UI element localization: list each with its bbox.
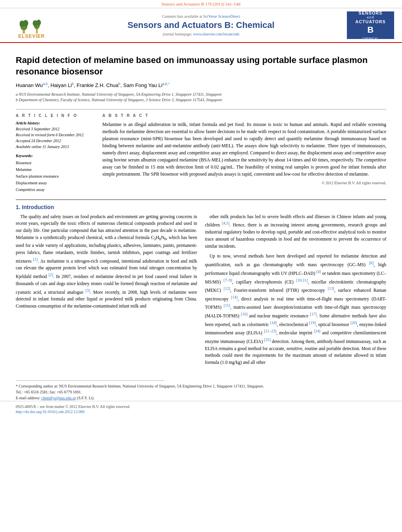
logo-sub: CHEMICAL: [362, 37, 379, 40]
elsevier-tree-icon: [20, 11, 43, 35]
logo-actuators: ACTUATORS: [355, 19, 385, 24]
keyword-2: Melamine: [16, 166, 94, 173]
article-info-abstract: A R T I C L E I N F O Article history: R…: [16, 113, 386, 193]
affiliation-a: a NUS Environmental Research Institute, …: [16, 92, 386, 97]
doi-line[interactable]: http://dx.doi.org/10.1016/j.snb.2012.12.…: [16, 410, 386, 414]
revised-date: Received in revised form 6 December 2012: [16, 132, 94, 138]
svg-rect-4: [36, 29, 38, 34]
article-info-col: A R T I C L E I N F O Article history: R…: [16, 113, 94, 193]
main-content: Rapid detection of melamine based on imm…: [0, 43, 402, 377]
section1-title: 1. Introduction: [16, 204, 386, 210]
footnote-divider: [16, 380, 164, 381]
body-right-col: other milk products has led to severe he…: [205, 213, 387, 370]
article-title: Rapid detection of melamine based on imm…: [16, 55, 386, 77]
keywords-section: Keywords: Biosensor Melamine Surface pla…: [16, 154, 94, 193]
corresponding-star: *: [16, 384, 19, 388]
keyword-3: Surface plasmon resonance: [16, 173, 94, 180]
journal-center: Contents lists available at SciVerse Sci…: [55, 14, 347, 36]
available-date: Available online 11 January 2013: [16, 144, 94, 150]
page-footer: 0925-4005/$ – see front matter © 2012 El…: [0, 401, 402, 417]
section1-paragraph2: other milk products has led to severe he…: [205, 213, 387, 367]
journal-homepage-url[interactable]: www.elsevier.com/locate/snb: [193, 32, 239, 36]
elsevier-logo: ELSEVIER: [8, 11, 55, 39]
journal-header: ELSEVIER Contents lists available at Sci…: [0, 8, 402, 43]
keyword-5: Competitive assay: [16, 186, 94, 193]
keywords-title: Keywords:: [16, 154, 94, 158]
article-info-header: A R T I C L E I N F O: [16, 113, 94, 118]
abstract-col: A B S T R A C T Melamine is an illegal a…: [102, 113, 386, 193]
sciverse-link[interactable]: SciVerse ScienceDirect: [203, 14, 240, 19]
logo-title: SENSORS: [359, 11, 383, 15]
body-divider: [16, 199, 386, 200]
body-left-col: The quality and safety issues on food pr…: [16, 213, 197, 370]
footnote-section: * Corresponding author at: NUS Environme…: [0, 380, 402, 401]
journal-title: Sensors and Actuators B: Chemical: [55, 20, 347, 30]
affiliation-b: b Department of Chemistry, Faculty of Sc…: [16, 97, 386, 103]
keyword-1: Biosensor: [16, 159, 94, 166]
section1-paragraph1: The quality and safety issues on food pr…: [16, 213, 197, 310]
accepted-date: Accepted 24 December 2012: [16, 138, 94, 144]
sciverse-line: Contents lists available at SciVerse Sci…: [55, 14, 347, 19]
corresponding-text: Corresponding author at: NUS Environment…: [19, 384, 264, 388]
keywords-list: Biosensor Melamine Surface plasmon reson…: [16, 159, 94, 193]
copyright-line: © 2012 Elsevier B.V. All rights reserved…: [102, 181, 386, 185]
body-content: The quality and safety issues on food pr…: [16, 213, 386, 370]
svg-point-7: [36, 20, 41, 26]
logo-and: and: [367, 15, 374, 19]
svg-point-3: [23, 20, 28, 27]
logo-b: B: [367, 25, 374, 35]
received-date: Received 3 September 2012: [16, 126, 94, 132]
footnote-text: * Corresponding author at: NUS Environme…: [16, 383, 386, 401]
journal-logo-box: SENSORS and ACTUATORS B CHEMICAL: [347, 11, 394, 39]
tel-text: Tel.: +65 6516 2581; fax: +65 6779 1691.: [16, 390, 82, 394]
email-person: (S.F.Y. Li).: [77, 396, 94, 400]
email-link[interactable]: chemlfys@nus.edu.sg: [41, 396, 76, 400]
keyword-4: Displacement assay: [16, 180, 94, 186]
journal-homepage: journal homepage: www.elsevier.com/locat…: [55, 32, 347, 36]
abstract-text: Melamine is an illegal adulteration in m…: [102, 121, 386, 178]
journal-citation: Sensors and Actuators B 178 (2013) 541–5…: [161, 2, 240, 6]
affiliations: a NUS Environmental Research Institute, …: [16, 92, 386, 103]
journal-citation-bar: Sensors and Actuators B 178 (2013) 541–5…: [0, 0, 402, 8]
authors-line: Huanan Wua,b, Haiyan Lib, Frankie Z.H. C…: [16, 82, 386, 88]
email-label: E-mail address:: [16, 396, 40, 400]
history-title: Article history:: [16, 121, 94, 125]
page-wrapper: Sensors and Actuators B 178 (2013) 541–5…: [0, 0, 402, 532]
article-history: Article history: Received 3 September 20…: [16, 121, 94, 150]
abstract-header: A B S T R A C T: [102, 113, 386, 118]
issn-line: 0925-4005/$ – see front matter © 2012 El…: [16, 404, 386, 409]
divider-1: [16, 109, 386, 109]
